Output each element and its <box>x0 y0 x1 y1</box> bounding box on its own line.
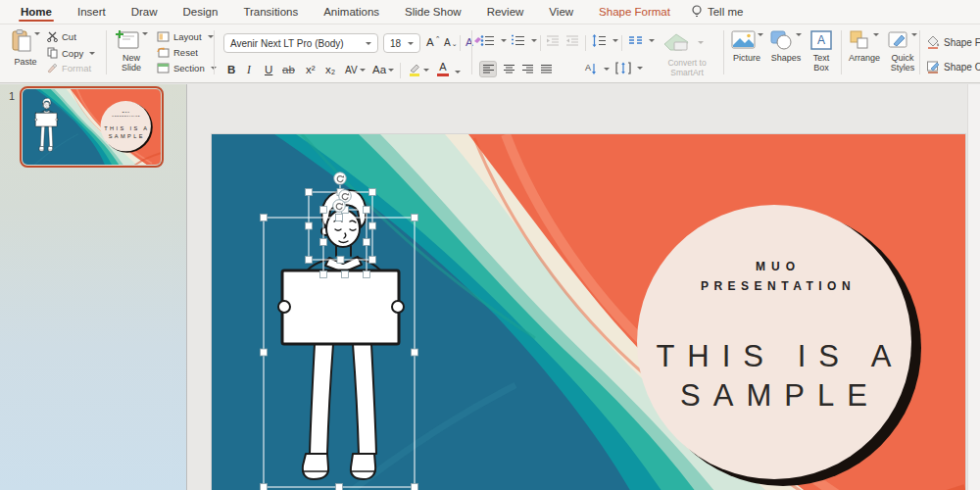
mini-separator <box>460 35 461 51</box>
font-color-swatch <box>437 74 449 76</box>
text-box-icon: A <box>810 30 832 50</box>
underline-button[interactable]: U <box>265 62 272 77</box>
align-text-button[interactable] <box>615 62 643 74</box>
mini-separator <box>540 35 541 51</box>
text-direction-button[interactable]: A <box>584 62 610 75</box>
decrease-indent-button[interactable] <box>546 34 560 47</box>
tab-transitions[interactable]: Transitions <box>230 0 311 24</box>
cut-button[interactable]: Cut <box>47 31 76 42</box>
font-color-letter: A <box>439 62 446 73</box>
copy-button[interactable]: Copy <box>47 47 95 59</box>
cut-label: Cut <box>62 31 76 42</box>
picture-caret <box>758 33 763 39</box>
ribbon-separator <box>919 30 920 74</box>
vertical-scrollbar[interactable] <box>967 84 980 490</box>
change-case-button[interactable]: Aa <box>372 62 394 77</box>
grow-font-button[interactable]: A⌃ <box>426 34 441 50</box>
selection-handles[interactable] <box>261 189 418 490</box>
italic-button[interactable]: I <box>247 62 251 77</box>
shrink-font-button[interactable]: A⌄ <box>444 34 458 50</box>
ribbon-separator <box>471 30 472 74</box>
picture-icon <box>731 30 756 49</box>
highlight-color-button[interactable] <box>408 62 429 77</box>
tab-animations[interactable]: Animations <box>311 0 392 24</box>
ribbon-separator <box>214 30 215 74</box>
align-left-button[interactable] <box>479 61 497 77</box>
strikethrough-button[interactable]: ab <box>282 62 295 77</box>
mini-separator <box>400 63 401 78</box>
columns-caret <box>649 39 655 45</box>
smartart-icon <box>662 32 692 52</box>
line-spacing-button[interactable] <box>592 34 618 47</box>
mini-separator <box>621 35 622 51</box>
bullets-icon <box>480 34 495 47</box>
paste-label: Paste <box>14 57 36 67</box>
quick-styles-label: Quick Styles <box>887 53 918 74</box>
selection-overlay[interactable] <box>212 134 965 490</box>
align-right-icon <box>521 64 534 74</box>
ribbon-separator <box>841 30 842 74</box>
bold-button[interactable]: B <box>227 62 235 77</box>
slide-thumbnail-art <box>23 89 161 165</box>
align-right-button[interactable] <box>518 61 536 77</box>
character-spacing-label: AV <box>345 65 358 75</box>
format-painter-button[interactable]: Format <box>47 63 91 74</box>
convert-smartart-button[interactable] <box>662 32 704 52</box>
tab-review[interactable]: Review <box>474 0 537 24</box>
tab-shape-format[interactable]: Shape Format <box>586 0 683 24</box>
columns-button[interactable] <box>628 34 655 46</box>
picture-button[interactable]: Picture <box>728 30 765 63</box>
layout-button[interactable]: Layout <box>157 31 214 42</box>
rotate-handle[interactable] <box>333 200 346 213</box>
new-slide-caret <box>142 32 148 38</box>
clear-formatting-button[interactable]: A <box>466 34 481 50</box>
font-name-select[interactable]: Avenir Next LT Pro (Body) <box>223 33 378 53</box>
numbering-button[interactable] <box>511 34 537 47</box>
shape-outline-button[interactable]: Shape Outline <box>926 60 980 74</box>
justify-button[interactable] <box>537 61 555 77</box>
font-size-value: 18 <box>390 38 401 49</box>
paste-button[interactable]: Paste <box>8 29 43 67</box>
arrange-button[interactable]: Arrange <box>846 30 883 63</box>
section-button[interactable]: Section <box>157 63 217 74</box>
numbering-icon <box>511 34 525 47</box>
tab-insert[interactable]: Insert <box>65 0 119 24</box>
arrange-icon <box>850 30 871 50</box>
slide-number: 1 <box>9 90 15 102</box>
strikethrough-label: ab <box>282 64 295 75</box>
tab-design[interactable]: Design <box>171 0 231 24</box>
tab-view[interactable]: View <box>536 0 586 24</box>
bold-label: B <box>227 64 235 75</box>
svg-text:A: A <box>585 63 591 73</box>
bullets-button[interactable] <box>480 34 507 47</box>
italic-label: I <box>247 64 251 75</box>
font-color-caret <box>455 71 461 76</box>
quick-styles-button[interactable]: Quick Styles <box>885 30 920 74</box>
selection-box-face[interactable] <box>323 210 367 274</box>
mini-separator <box>585 35 586 51</box>
superscript-button[interactable]: x² <box>306 62 316 77</box>
shapes-button[interactable]: Shapes <box>767 30 805 63</box>
font-name-value: Avenir Next LT Pro (Body) <box>230 38 344 49</box>
align-center-button[interactable] <box>500 61 517 77</box>
new-slide-button[interactable]: New Slide <box>111 29 152 74</box>
format-brush-icon <box>47 63 58 74</box>
text-box-button[interactable]: A Text Box <box>806 30 837 74</box>
rotate-handle[interactable] <box>334 172 347 185</box>
tab-home[interactable]: Home <box>8 0 65 24</box>
tell-me[interactable]: Tell me <box>691 5 743 19</box>
character-spacing-button[interactable]: AV <box>345 62 366 77</box>
shape-fill-button[interactable]: Shape Fill <box>926 35 980 49</box>
font-size-select[interactable]: 18 <box>383 33 420 53</box>
tab-slide-show[interactable]: Slide Show <box>392 0 474 24</box>
slide-thumbnail[interactable] <box>20 86 164 168</box>
reset-button[interactable]: Reset <box>157 47 198 58</box>
increase-indent-button[interactable] <box>565 34 579 47</box>
font-color-button[interactable]: A <box>437 62 449 77</box>
tab-draw[interactable]: Draw <box>119 0 171 24</box>
tell-me-label: Tell me <box>708 6 743 18</box>
subscript-button[interactable]: x₂ <box>325 62 335 77</box>
slide-canvas[interactable] <box>212 134 965 490</box>
text-direction-icon: A <box>584 62 598 75</box>
convert-smartart-label: Convert to SmartArt <box>655 58 719 77</box>
